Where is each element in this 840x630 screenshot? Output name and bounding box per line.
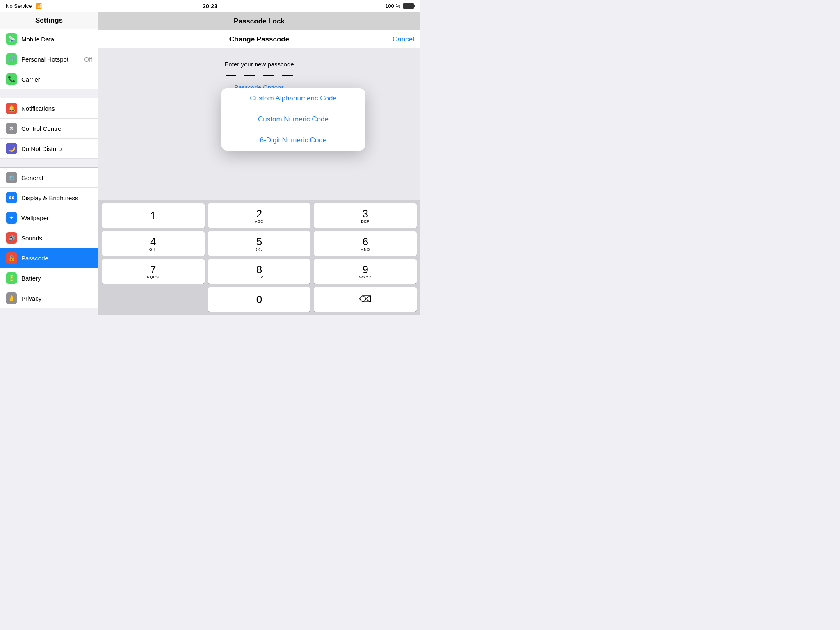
sidebar-item-notifications[interactable]: 🔔 Notifications xyxy=(0,98,98,119)
numpad-letters-5: JKL xyxy=(256,247,263,251)
numpad-letters-6: MNO xyxy=(361,247,370,251)
enter-passcode-label: Enter your new passcode xyxy=(224,61,294,68)
numpad-digit-9: 9 xyxy=(362,264,368,275)
notifications-label: Notifications xyxy=(21,105,92,112)
passcode-options-dropdown: Custom Alphanumeric Code Custom Numeric … xyxy=(221,88,365,151)
numpad-key-empty xyxy=(102,287,205,312)
sidebar-item-privacy[interactable]: ✋ Privacy xyxy=(0,288,98,308)
numpad-digit-8: 8 xyxy=(256,264,262,275)
sounds-label: Sounds xyxy=(21,235,92,242)
delete-icon: ⌫ xyxy=(359,294,372,305)
sidebar-item-sounds[interactable]: 🔊 Sounds xyxy=(0,228,98,248)
wallpaper-icon: ✦ xyxy=(6,212,17,224)
display-brightness-label: Display & Brightness xyxy=(21,194,92,201)
numpad-letters-3: DEF xyxy=(361,219,370,224)
sidebar-item-battery[interactable]: 🔋 Battery xyxy=(0,268,98,288)
wallpaper-label: Wallpaper xyxy=(21,215,92,221)
notifications-icon: 🔔 xyxy=(6,103,17,114)
numpad-digit-3: 3 xyxy=(362,208,368,219)
personal-hotspot-label: Personal Hotspot xyxy=(21,56,80,63)
numpad-key-8[interactable]: 8 TUV xyxy=(208,259,311,284)
sidebar-divider-3 xyxy=(0,308,98,315)
battery-icon xyxy=(403,3,414,9)
modal-header: Change Passcode Cancel xyxy=(98,30,420,48)
numpad-letters-2: ABC xyxy=(255,219,264,224)
general-icon: ⚙️ xyxy=(6,172,17,183)
sidebar-item-do-not-disturb[interactable]: 🌙 Do Not Disturb xyxy=(0,139,98,159)
status-left: No Service 📶 xyxy=(6,3,42,9)
passcode-dash-3 xyxy=(263,75,274,76)
status-right: 100 % xyxy=(385,3,414,9)
mobile-data-label: Mobile Data xyxy=(21,36,92,43)
status-time: 20:23 xyxy=(203,3,217,9)
personal-hotspot-icon: 🔗 xyxy=(6,53,17,65)
numpad-digit-5: 5 xyxy=(256,236,262,247)
control-centre-icon: ⚙ xyxy=(6,123,17,134)
numpad-digit-1: 1 xyxy=(150,210,156,221)
sidebar-item-control-centre[interactable]: ⚙ Control Centre xyxy=(0,119,98,139)
passcode-dash-2 xyxy=(244,75,255,76)
sidebar-item-personal-hotspot[interactable]: 🔗 Personal Hotspot Off xyxy=(0,49,98,69)
sidebar-item-wallpaper[interactable]: ✦ Wallpaper xyxy=(0,208,98,228)
numpad-key-4[interactable]: 4 GHI xyxy=(102,231,205,256)
mobile-data-icon: 📡 xyxy=(6,33,17,45)
passcode-dash-1 xyxy=(226,75,236,76)
numpad-key-3[interactable]: 3 DEF xyxy=(314,203,417,228)
battery-item-icon: 🔋 xyxy=(6,272,17,284)
sidebar: Settings 📡 Mobile Data 🔗 Personal Hotspo… xyxy=(0,12,98,315)
carrier-label: Carrier xyxy=(21,76,92,83)
numpad-digit-2: 2 xyxy=(256,208,262,219)
carrier-icon: 📞 xyxy=(6,73,17,85)
sidebar-item-carrier[interactable]: 📞 Carrier xyxy=(0,69,98,89)
privacy-icon: ✋ xyxy=(6,292,17,304)
numpad-key-2[interactable]: 2 ABC xyxy=(208,203,311,228)
status-bar: No Service 📶 20:23 100 % xyxy=(0,0,420,12)
sidebar-item-passcode[interactable]: 🔒 Passcode xyxy=(0,248,98,268)
modal-title: Change Passcode xyxy=(229,35,289,43)
passcode-dots xyxy=(226,75,293,76)
general-label: General xyxy=(21,174,92,181)
numpad-key-0[interactable]: 0 xyxy=(208,287,311,312)
change-passcode-modal: Change Passcode Cancel Enter your new pa… xyxy=(98,30,420,315)
sidebar-item-general[interactable]: ⚙️ General xyxy=(0,168,98,188)
option-6-digit-numeric[interactable]: 6-Digit Numeric Code xyxy=(221,130,365,151)
numpad-digit-4: 4 xyxy=(150,236,156,247)
sidebar-item-mobile-data[interactable]: 📡 Mobile Data xyxy=(0,29,98,49)
numpad-letters-8: TUV xyxy=(255,275,263,279)
display-brightness-icon: AA xyxy=(6,192,17,203)
numpad-key-5[interactable]: 5 JKL xyxy=(208,231,311,256)
option-custom-alphanumeric[interactable]: Custom Alphanumeric Code xyxy=(221,88,365,109)
sidebar-divider-2 xyxy=(0,159,98,168)
no-service-label: No Service xyxy=(6,3,32,9)
wifi-icon: 📶 xyxy=(35,3,42,9)
numpad-key-delete[interactable]: ⌫ xyxy=(314,287,417,312)
numpad-key-7[interactable]: 7 PQRS xyxy=(102,259,205,284)
numpad-key-1[interactable]: 1 xyxy=(102,203,205,228)
personal-hotspot-value: Off xyxy=(84,56,92,63)
sidebar-divider-1 xyxy=(0,89,98,98)
option-custom-numeric[interactable]: Custom Numeric Code xyxy=(221,109,365,130)
numpad-key-9[interactable]: 9 WXYZ xyxy=(314,259,417,284)
do-not-disturb-icon: 🌙 xyxy=(6,143,17,154)
passcode-dash-4 xyxy=(282,75,293,76)
control-centre-label: Control Centre xyxy=(21,125,92,132)
sounds-icon: 🔊 xyxy=(6,232,17,244)
passcode-label: Passcode xyxy=(21,255,92,262)
privacy-label: Privacy xyxy=(21,295,92,302)
battery-label: Battery xyxy=(21,275,92,282)
sidebar-title: Settings xyxy=(0,12,98,29)
sidebar-item-display-brightness[interactable]: AA Display & Brightness xyxy=(0,188,98,208)
numpad-key-6[interactable]: 6 MNO xyxy=(314,231,417,256)
numpad-digit-0: 0 xyxy=(256,294,262,305)
numpad-digit-6: 6 xyxy=(362,236,368,247)
right-panel: Passcode Lock Turn Passcode Off Require … xyxy=(98,12,420,315)
numpad-digit-7: 7 xyxy=(150,264,156,275)
do-not-disturb-label: Do Not Disturb xyxy=(21,145,92,152)
modal-cancel-button[interactable]: Cancel xyxy=(393,35,414,43)
main-layout: Settings 📡 Mobile Data 🔗 Personal Hotspo… xyxy=(0,12,420,315)
passcode-icon: 🔒 xyxy=(6,252,17,264)
numpad-letters-7: PQRS xyxy=(147,275,160,279)
numpad-letters-9: WXYZ xyxy=(359,275,372,279)
numpad-letters-4: GHI xyxy=(149,247,157,251)
numpad: 1 2 ABC 3 DEF 4 GHI xyxy=(98,200,420,315)
